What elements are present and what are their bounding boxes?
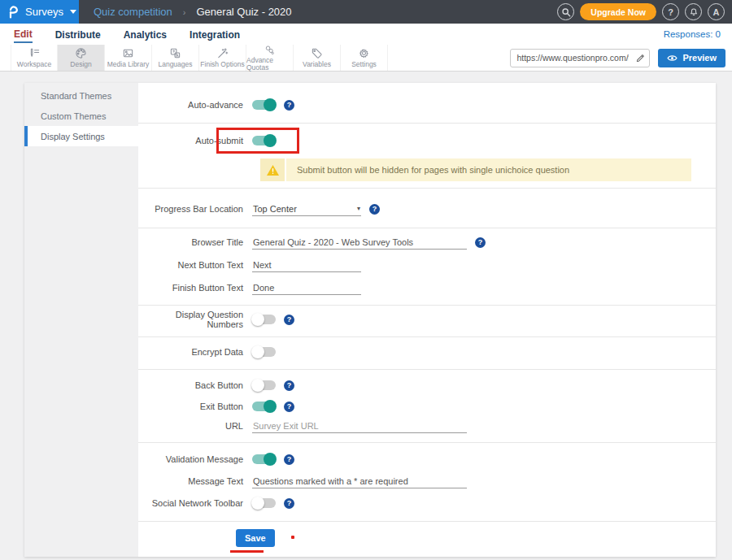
exit-button-toggle[interactable] (252, 402, 276, 411)
toolbar-label: Finish Options (200, 61, 244, 68)
tab-integration[interactable]: Integration (190, 26, 240, 42)
tab-distribute[interactable]: Distribute (55, 26, 101, 42)
encrypt-data-toggle[interactable] (252, 347, 276, 357)
exit-button-label: Exit Button (138, 402, 252, 411)
message-text-row: Message Text (138, 472, 716, 490)
auto-submit-label: Auto-submit (138, 136, 252, 145)
header-actions: Upgrade Now ? A (557, 3, 732, 20)
exit-url-row: URL (138, 417, 716, 435)
eye-icon (667, 54, 678, 62)
browser-title-input[interactable] (252, 236, 467, 250)
avatar[interactable]: A (708, 3, 725, 20)
themes-sidebar: Standard Themes Custom Themes Display Se… (24, 83, 138, 557)
surveys-menu[interactable]: Surveys (0, 0, 79, 24)
social-network-toolbar-toggle[interactable] (252, 498, 276, 508)
annotation-dot (291, 536, 294, 539)
preview-button[interactable]: Preview (658, 49, 725, 67)
display-settings-card: Standard Themes Custom Themes Display Se… (24, 83, 716, 557)
tab-analytics[interactable]: Analytics (124, 26, 167, 42)
notifications-button[interactable] (685, 3, 702, 20)
finish-button-text-input[interactable] (252, 281, 361, 295)
divider (138, 228, 716, 228)
caret-down-icon: ▾ (357, 205, 360, 212)
browser-title-row: Browser Title ? (138, 233, 716, 251)
responses-count[interactable]: Responses: 0 (664, 29, 721, 39)
questionpro-logo-icon (7, 5, 20, 19)
variables-icon (311, 47, 323, 59)
help-icon[interactable]: ? (284, 454, 294, 465)
message-text-input[interactable] (252, 475, 467, 488)
settings-icon (358, 47, 370, 59)
advance-quotas-icon (264, 45, 276, 55)
toolbar-item-advance-quotas[interactable]: Advance Quotas (246, 45, 294, 71)
help-icon[interactable]: ? (284, 100, 294, 111)
survey-url-input[interactable] (511, 53, 631, 63)
display-question-numbers-row: Display Question Numbers ? (138, 310, 716, 328)
toolbar-item-media-library[interactable]: Media Library (105, 45, 152, 71)
back-button-row: Back Button ? (138, 376, 716, 394)
edit-url-button[interactable] (631, 50, 649, 67)
validation-message-label: Validation Message (138, 454, 252, 464)
toolbar-right: Preview (510, 45, 732, 71)
warning-text: Submit button will be hidden for pages w… (286, 158, 569, 181)
divider (138, 336, 716, 337)
social-network-toolbar-label: Social Network Toolbar (138, 498, 252, 508)
top-header: Surveys Quiz competition › General Quiz … (0, 0, 732, 24)
auto-submit-toggle[interactable] (252, 136, 276, 145)
help-icon[interactable]: ? (284, 380, 294, 391)
message-text-label: Message Text (138, 476, 252, 486)
bell-icon (689, 7, 699, 17)
auto-submit-warning: Submit button will be hidden for pages w… (260, 158, 691, 181)
toolbar-item-finish-options[interactable]: Finish Options (199, 45, 246, 71)
help-icon[interactable]: ? (284, 402, 294, 412)
save-button[interactable]: Save (236, 529, 275, 547)
help-button[interactable]: ? (662, 3, 679, 20)
workspace-icon (28, 47, 41, 59)
display-settings-panel: Auto-advance ? Auto-submit (138, 83, 716, 557)
sidebar-item-standard-themes[interactable]: Standard Themes (24, 85, 138, 106)
help-icon[interactable]: ? (284, 498, 294, 509)
media-library-icon (122, 47, 134, 59)
sidebar-item-custom-themes[interactable]: Custom Themes (24, 106, 138, 126)
back-button-toggle[interactable] (252, 380, 276, 390)
search-icon (561, 7, 571, 17)
divider (138, 188, 716, 189)
next-button-text-input[interactable] (252, 258, 361, 272)
warning-triangle-icon (266, 164, 280, 176)
finish-options-icon (216, 47, 229, 59)
toolbar-item-settings[interactable]: Settings (341, 45, 388, 71)
breadcrumb-folder[interactable]: Quiz competition (94, 6, 172, 18)
upgrade-now-button[interactable]: Upgrade Now (580, 3, 656, 20)
sidebar-item-display-settings[interactable]: Display Settings (24, 126, 138, 146)
tab-edit[interactable]: Edit (14, 25, 33, 43)
exit-url-input[interactable] (252, 419, 467, 433)
exit-button-row: Exit Button ? (138, 397, 716, 415)
validation-message-toggle[interactable] (252, 454, 276, 464)
toolbar-item-languages[interactable]: Languages (152, 45, 199, 71)
design-toolbar: Workspace Design Media Library Languages… (0, 45, 732, 72)
help-icon[interactable]: ? (284, 315, 294, 325)
pencil-icon (636, 54, 645, 63)
languages-icon (169, 47, 181, 59)
auto-advance-toggle[interactable] (252, 100, 276, 110)
toolbar-label: Media Library (107, 61, 150, 68)
help-icon[interactable]: ? (369, 204, 380, 215)
display-question-numbers-toggle[interactable] (252, 315, 276, 324)
encrypt-data-label: Encrypt Data (138, 347, 252, 357)
auto-advance-label: Auto-advance (138, 100, 252, 110)
toolbar-item-workspace[interactable]: Workspace (11, 45, 58, 71)
help-icon[interactable]: ? (475, 237, 486, 248)
search-button[interactable] (557, 3, 574, 20)
toolbar-item-design[interactable]: Design (58, 45, 105, 71)
selected-option: Top Center (253, 204, 297, 214)
next-button-text-row: Next Button Text (138, 256, 716, 274)
toolbar-label: Advance Quotas (246, 57, 293, 71)
progress-bar-location-select[interactable]: Top Center ▾ (252, 202, 361, 216)
progress-bar-location-label: Progress Bar Location (138, 204, 252, 214)
toolbar-item-variables[interactable]: Variables (294, 45, 341, 71)
social-network-toolbar-row: Social Network Toolbar ? (138, 494, 716, 512)
exit-url-label: URL (138, 421, 252, 431)
warning-icon-wrap (260, 158, 286, 181)
survey-nav: Edit Distribute Analytics Integration Re… (0, 24, 732, 45)
divider (138, 442, 716, 443)
